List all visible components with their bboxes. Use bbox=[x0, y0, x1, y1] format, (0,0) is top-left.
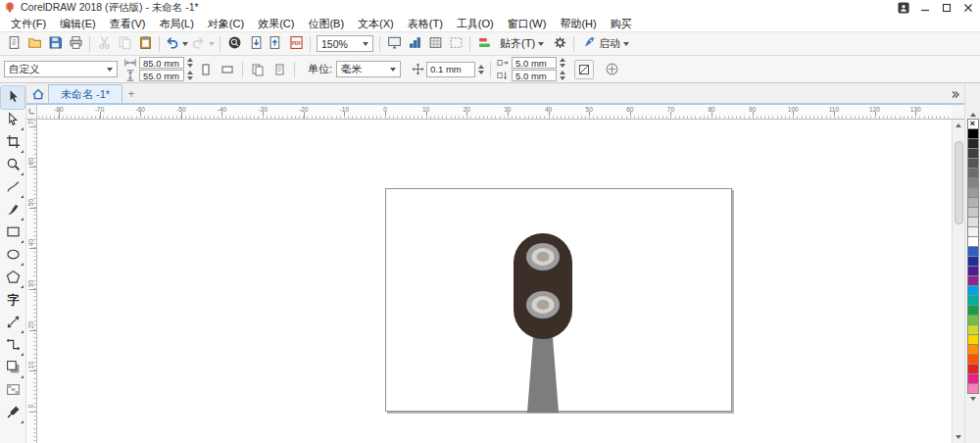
chevron-down-icon[interactable] bbox=[182, 42, 188, 46]
scroll-up-button[interactable] bbox=[953, 120, 965, 131]
scrollbar-thumb[interactable] bbox=[955, 141, 963, 224]
pick-tool[interactable] bbox=[1, 86, 24, 109]
horizontal-ruler[interactable]: -80-70-60-50-40-30-20-100102030405060708… bbox=[37, 105, 952, 120]
crop-tool[interactable] bbox=[1, 131, 24, 154]
menu-item-10[interactable]: 工具(O) bbox=[450, 16, 501, 32]
launch-dropdown[interactable]: 启动 bbox=[578, 34, 634, 54]
page-width-field[interactable]: 85.0 mm bbox=[139, 57, 184, 69]
transparency-tool[interactable] bbox=[1, 379, 24, 402]
page-preset-combobox[interactable]: 自定义 bbox=[4, 61, 118, 77]
show-grid-button[interactable] bbox=[425, 34, 445, 54]
rectangle-tool[interactable] bbox=[1, 222, 24, 244]
scroll-down-button[interactable] bbox=[953, 431, 965, 443]
chevron-down-icon[interactable] bbox=[209, 42, 215, 46]
ruler-origin-button[interactable] bbox=[26, 105, 37, 120]
portrait-button[interactable] bbox=[196, 60, 216, 79]
new-tab-button[interactable]: + bbox=[122, 85, 140, 103]
import-button[interactable] bbox=[245, 34, 265, 54]
polygon-tool[interactable] bbox=[1, 267, 24, 289]
color-eyedropper-tool[interactable] bbox=[1, 402, 24, 424]
palette-scroll-down-button[interactable] bbox=[970, 394, 976, 404]
dimension-tool[interactable] bbox=[1, 312, 24, 334]
maximize-button[interactable] bbox=[937, 1, 956, 15]
paste-button[interactable] bbox=[135, 34, 155, 54]
search-content-button[interactable] bbox=[224, 34, 244, 54]
menu-item-1[interactable]: 文件(F) bbox=[4, 16, 53, 32]
zoom-tool[interactable] bbox=[1, 154, 24, 176]
menu-item-8[interactable]: 文本(X) bbox=[351, 16, 401, 32]
text-tool[interactable]: 字 bbox=[1, 289, 24, 312]
menu-item-7[interactable]: 位图(B) bbox=[301, 16, 351, 32]
menu-item-3[interactable]: 查看(V) bbox=[103, 16, 153, 32]
snap-label: 贴齐(T) bbox=[500, 36, 535, 51]
connector-tool[interactable] bbox=[1, 334, 24, 357]
menu-item-9[interactable]: 表格(T) bbox=[401, 16, 450, 32]
drawing-page[interactable] bbox=[385, 188, 732, 412]
open-button[interactable] bbox=[24, 34, 44, 54]
connector-tool-icon bbox=[6, 337, 21, 354]
duplicate-y-field[interactable]: 5.0 mm bbox=[512, 70, 557, 81]
ellipse-tool[interactable] bbox=[1, 244, 24, 267]
new-document-button[interactable] bbox=[4, 34, 24, 54]
signal-top-light-core[interactable] bbox=[537, 252, 550, 262]
ruler-tick bbox=[670, 112, 671, 119]
shape-tool[interactable] bbox=[1, 109, 24, 131]
nudge-offset-field[interactable]: 0.1 mm bbox=[426, 62, 475, 77]
export-button[interactable] bbox=[266, 34, 285, 54]
minimize-button[interactable] bbox=[915, 1, 934, 15]
document-tab[interactable]: 未命名 -1* bbox=[48, 84, 122, 103]
snap-to-dropdown[interactable]: 贴齐(T) bbox=[495, 34, 549, 54]
menu-item-12[interactable]: 帮助(H) bbox=[553, 16, 603, 32]
artistic-media-tool[interactable] bbox=[1, 199, 24, 222]
vertical-scrollbar[interactable] bbox=[952, 120, 964, 443]
alignment-guides-button[interactable] bbox=[474, 34, 494, 54]
page-height-field[interactable]: 55.0 mm bbox=[139, 70, 184, 81]
tab-scroll-button[interactable] bbox=[949, 85, 961, 103]
options-button[interactable] bbox=[550, 34, 569, 54]
units-combobox[interactable]: 毫米 bbox=[336, 61, 401, 77]
ruler-label: 40 bbox=[27, 237, 34, 249]
drop-shadow-tool[interactable] bbox=[1, 357, 24, 379]
menu-item-2[interactable]: 编辑(E) bbox=[53, 16, 103, 32]
menu-item-11[interactable]: 窗口(W) bbox=[501, 16, 554, 32]
ruler-tick bbox=[221, 112, 222, 119]
publish-pdf-button[interactable]: PDF bbox=[286, 34, 306, 54]
drawing-desktop[interactable] bbox=[37, 120, 952, 443]
signal-bottom-light-core[interactable] bbox=[537, 300, 550, 310]
save-button[interactable] bbox=[45, 34, 65, 54]
close-button[interactable] bbox=[958, 1, 977, 15]
duplicate-x-stepper[interactable] bbox=[559, 58, 566, 68]
title-bar: CorelDRAW 2018 (评估版) - 未命名 -1* bbox=[0, 0, 980, 16]
current-page-button[interactable] bbox=[270, 60, 289, 79]
freehand-tool[interactable] bbox=[1, 176, 24, 199]
account-icon[interactable] bbox=[894, 1, 912, 15]
copy-button bbox=[115, 34, 134, 54]
export-icon bbox=[269, 35, 283, 52]
object-origin-button[interactable] bbox=[602, 60, 621, 79]
duplicate-y-stepper[interactable] bbox=[559, 71, 566, 80]
nudge-offset-stepper[interactable] bbox=[477, 65, 485, 74]
menu-item-6[interactable]: 效果(C) bbox=[251, 16, 301, 32]
menu-item-5[interactable]: 对象(C) bbox=[201, 16, 251, 32]
svg-text:字: 字 bbox=[7, 293, 20, 307]
zoom-level-combobox[interactable]: 150% bbox=[317, 35, 373, 52]
menu-item-4[interactable]: 布局(L) bbox=[152, 16, 200, 32]
home-tab-button[interactable] bbox=[28, 85, 48, 103]
vertical-ruler[interactable]: 706050403020100 bbox=[26, 120, 37, 443]
undo-button[interactable] bbox=[164, 34, 189, 54]
treat-as-filled-button[interactable] bbox=[574, 60, 594, 79]
ruler-tick bbox=[915, 112, 916, 119]
page-width-stepper[interactable] bbox=[186, 58, 194, 68]
print-button[interactable] bbox=[66, 34, 85, 54]
text-tool-icon: 字 bbox=[6, 292, 21, 309]
page-height-stepper[interactable] bbox=[186, 71, 194, 80]
fullscreen-preview-button[interactable] bbox=[384, 34, 404, 54]
color-swatch-f781bf[interactable] bbox=[967, 383, 979, 394]
all-pages-button[interactable] bbox=[248, 60, 268, 79]
show-rulers-button[interactable] bbox=[405, 34, 424, 54]
show-guidelines-button[interactable] bbox=[446, 34, 466, 54]
landscape-button[interactable] bbox=[218, 60, 237, 79]
menu-item-13[interactable]: 购买 bbox=[604, 16, 639, 32]
duplicate-x-field[interactable]: 5.0 mm bbox=[512, 57, 557, 69]
signal-pole-shape[interactable] bbox=[527, 337, 559, 413]
